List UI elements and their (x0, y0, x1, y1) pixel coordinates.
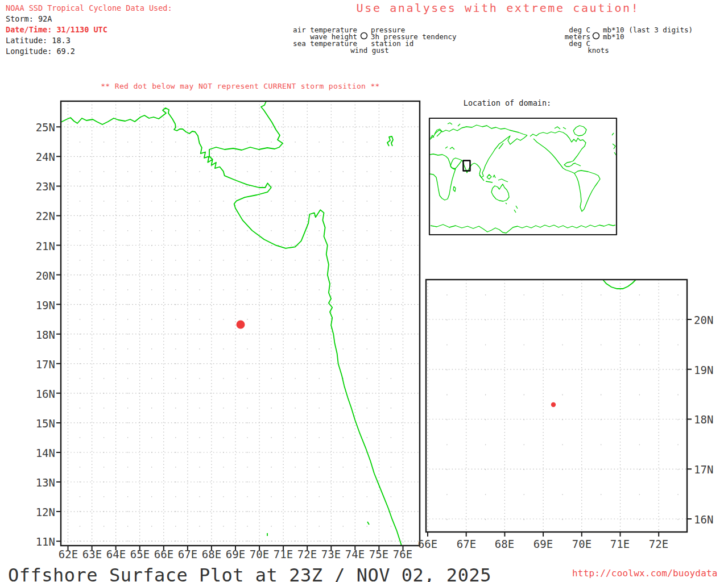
units-knots: knots (576, 46, 621, 55)
detail-lon-label: 70E (565, 538, 599, 551)
detail-map-minor-grid (447, 294, 678, 532)
world-madagascar (453, 186, 456, 192)
world-novaya-zemlya (458, 124, 460, 126)
detail-lat-label: 16N (694, 513, 713, 527)
main-lat-label: 20N (27, 269, 55, 283)
detail-lon-label: 66E (411, 538, 445, 551)
detail-lat-label: 19N (694, 364, 713, 377)
main-lat-label: 17N (27, 358, 55, 372)
world-sulawesi (493, 175, 495, 178)
storm-datetime-line: Date/Time: 31/1130 UTC (6, 25, 107, 35)
plot-title: Offshore Surface Plot at 23Z / NOV 02, 2… (8, 564, 491, 582)
coolwx-url-link[interactable]: http://coolwx.com/buoydata (572, 568, 718, 579)
noaa-data-line: NOAA SSD Tropical Cyclone Data Used: (6, 3, 172, 13)
storm-position-warning: ** Red dot below may NOT represent CURRE… (91, 82, 390, 91)
storm-latitude-line: Latitude: 18.3 (6, 36, 71, 45)
world-uk-bit (612, 133, 614, 135)
world-svalbard (448, 123, 452, 124)
storm-longitude-line: Longitude: 69.2 (6, 47, 75, 56)
detail-lat-label: 17N (694, 463, 713, 477)
world-new-zealand-south (514, 210, 516, 213)
main-lat-label: 19N (27, 299, 55, 313)
world-cuba (576, 164, 581, 166)
caution-heading: Use analyses with extreme caution! (351, 1, 644, 15)
small-islands (267, 522, 369, 536)
world-canadian-arctic-2 (563, 127, 566, 129)
world-north-america-west-coast (533, 139, 574, 173)
domain-inset-frame (429, 118, 617, 235)
main-map-grid-horizontal (61, 127, 420, 541)
main-lat-label: 12N (27, 506, 55, 519)
world-scandinavia (435, 129, 442, 136)
main-lat-label: 16N (27, 388, 55, 401)
main-lat-label: 11N (27, 535, 55, 549)
world-new-guinea (498, 179, 508, 182)
detail-map-grid-horizontal (426, 319, 687, 519)
world-eurasia-north-coast (429, 125, 527, 140)
world-iberia-bit (613, 144, 615, 149)
world-new-zealand-north (516, 206, 518, 209)
units-model-circle (593, 33, 599, 39)
storm-dot-detail (551, 402, 556, 407)
main-lat-label: 13N (27, 476, 55, 490)
detail-lon-label: 72E (642, 538, 676, 551)
inland-lake-squiggle (387, 136, 393, 146)
main-lat-label: 23N (27, 180, 55, 194)
offshore-surface-plot-page: { "colors": { "red_text": "#f15050", "re… (0, 0, 728, 582)
storm-dot-main (237, 321, 245, 329)
world-australia (491, 184, 509, 201)
rann-of-kutch-shoreline (209, 101, 283, 160)
detail-lat-label: 18N (694, 413, 713, 427)
units-mb10: mb*10 (603, 32, 624, 41)
world-antarctica (431, 225, 615, 233)
detail-saurashtra-coast-arc (603, 280, 636, 289)
detail-lon-label: 67E (449, 538, 483, 551)
main-lat-label: 25N (27, 121, 55, 135)
domain-inset-title: Location of domain: (433, 98, 581, 108)
world-caspian (450, 147, 454, 149)
storm-id-line: Storm: 92A (6, 14, 52, 24)
india-west-coastline (61, 108, 402, 546)
world-borneo (487, 174, 491, 179)
world-java (486, 181, 493, 182)
station-model-circle (361, 33, 367, 39)
world-black-sea (445, 147, 448, 148)
legend-station-id: station id (371, 39, 413, 48)
world-africa (429, 154, 456, 200)
world-south-america (574, 171, 600, 211)
main-lat-label: 18N (27, 329, 55, 342)
main-map-minor-grid (80, 127, 391, 546)
main-lat-label: 14N (27, 447, 55, 460)
world-greenland (573, 126, 586, 136)
main-map-grid-vertical (68, 101, 403, 546)
detail-lat-label: 20N (694, 314, 713, 327)
detail-map-lon-ticks (428, 532, 659, 537)
world-asia-east-coast (474, 135, 527, 177)
domain-inset-map (429, 118, 617, 235)
detail-map (426, 280, 692, 537)
world-canadian-arctic-1 (555, 127, 560, 129)
detail-map-grid-vertical (428, 280, 659, 532)
main-map (56, 101, 420, 550)
main-lat-label: 21N (27, 240, 55, 253)
detail-lon-label: 69E (526, 538, 560, 551)
main-lat-label: 15N (27, 417, 55, 431)
detail-lon-label: 71E (603, 538, 637, 551)
detail-map-frame (426, 280, 687, 532)
main-lat-label: 24N (27, 151, 55, 164)
world-tasmania (506, 203, 507, 204)
main-lat-label: 22N (27, 210, 55, 223)
detail-lon-label: 68E (487, 538, 522, 551)
